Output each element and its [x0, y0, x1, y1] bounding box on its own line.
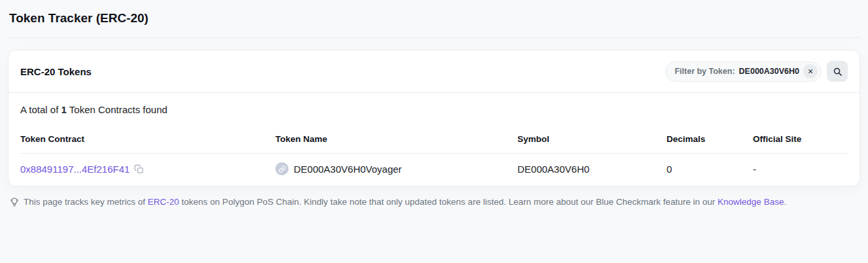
link-icon — [279, 166, 286, 173]
token-decimals: 0 — [667, 154, 753, 186]
token-logo — [275, 162, 288, 175]
filter-label: Filter by Token: — [674, 67, 735, 76]
table-row: 0x88491197...4Ef216F41 — [20, 154, 848, 186]
lightbulb-icon — [9, 197, 20, 207]
summary-suffix: Token Contracts found — [67, 104, 167, 115]
token-name-cell: DE000A30V6H0Voyager — [275, 162, 512, 175]
token-symbol: DE000A30V6H0 — [517, 154, 667, 186]
tokens-table: Token Contract Token Name Symbol Decimal… — [20, 124, 848, 186]
tip-text: This page tracks key metrics of ERC-20 t… — [24, 196, 786, 207]
erc20-tokens-card: ERC-20 Tokens Filter by Token: DE000A30V… — [8, 50, 860, 186]
divider — [8, 37, 860, 38]
column-header-symbol: Symbol — [517, 124, 667, 154]
column-header-decimals: Decimals — [667, 124, 753, 154]
knowledge-base-link[interactable]: Knowledge Base — [718, 197, 784, 207]
contract-cell: 0x88491197...4Ef216F41 — [20, 164, 270, 175]
column-header-token-name: Token Name — [275, 124, 517, 154]
tip-part3: . — [784, 197, 786, 207]
token-contract-link[interactable]: 0x88491197...4Ef216F41 — [20, 164, 130, 175]
tip-part1: This page tracks key metrics of — [24, 197, 148, 207]
tip-part2: tokens on Polygon PoS Chain. Kindly take… — [179, 197, 718, 207]
token-name: DE000A30V6H0Voyager — [294, 164, 402, 175]
page-title: Token Tracker (ERC-20) — [0, 0, 868, 26]
results-summary: A total of 1 Token Contracts found — [20, 104, 848, 115]
token-official-site: - — [753, 154, 848, 186]
card-title: ERC-20 Tokens — [20, 66, 92, 77]
card-header-actions: Filter by Token: DE000A30V6H0 × — [665, 61, 848, 82]
summary-count: 1 — [61, 104, 67, 115]
search-button[interactable] — [827, 61, 848, 82]
card-header: ERC-20 Tokens Filter by Token: DE000A30V… — [9, 50, 859, 93]
copy-icon — [134, 164, 144, 174]
copy-address-button[interactable] — [134, 164, 144, 174]
close-icon: × — [808, 64, 813, 79]
page-tip-note: This page tracks key metrics of ERC-20 t… — [9, 196, 859, 207]
column-header-official-site: Official Site — [753, 124, 848, 154]
column-header-token-contract: Token Contract — [20, 124, 275, 154]
table-header-row: Token Contract Token Name Symbol Decimal… — [20, 124, 848, 154]
filter-value: DE000A30V6H0 — [739, 67, 799, 76]
search-icon — [833, 67, 842, 77]
filter-clear-button[interactable]: × — [803, 64, 818, 79]
card-body: A total of 1 Token Contracts found Token… — [9, 93, 859, 186]
filter-by-token-pill: Filter by Token: DE000A30V6H0 × — [665, 61, 822, 82]
summary-prefix: A total of — [20, 104, 61, 115]
erc20-link[interactable]: ERC-20 — [148, 197, 179, 207]
